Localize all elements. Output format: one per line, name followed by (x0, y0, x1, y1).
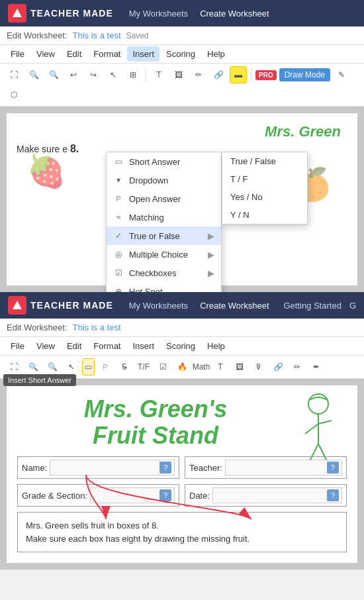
bottom-menu-file[interactable]: File (5, 338, 30, 354)
teacher-field-group: Teacher: ? (185, 456, 347, 479)
bottom-toolbar-short-answer[interactable]: ▭ (82, 358, 95, 375)
bottom-toolbar-pencil[interactable]: ✏ (289, 358, 306, 375)
bottom-menu-edit[interactable]: Edit (62, 338, 87, 354)
toolbar-cursor[interactable]: ↖ (105, 66, 122, 83)
date-question-mark[interactable]: ? (327, 489, 339, 501)
svg-marker-0 (13, 9, 22, 17)
worksheet-title[interactable]: This is a test (73, 30, 121, 40)
bottom-menu-bar: File View Edit Format Insert Scoring Hel… (0, 337, 364, 356)
bottom-toolbar-image2[interactable]: 🖼 (231, 358, 248, 375)
bottom-navbar-right: Getting Started G (283, 301, 356, 311)
submenu-y-n[interactable]: Y / N (222, 206, 307, 224)
toolbar-zoom-out[interactable]: 🔍 (25, 66, 42, 83)
bottom-menu-format[interactable]: Format (88, 338, 126, 354)
toolbar-link[interactable]: 🔗 (210, 66, 227, 83)
bottom-nav-create-worksheet[interactable]: Create Worksheet (200, 301, 269, 311)
strawberry-decoration: 🍓 (26, 153, 66, 190)
menu-format[interactable]: Format (88, 46, 126, 62)
toolbar-draw-erase[interactable]: ⬡ (5, 86, 23, 103)
bottom-edit-bar: Edit Worksheet: This is a test (0, 319, 364, 337)
top-navbar: TEACHER MADE My Worksheets Create Worksh… (0, 0, 364, 26)
submenu-t-f[interactable]: T / F (222, 170, 307, 188)
grade-question-mark[interactable]: ? (159, 489, 171, 501)
menu-checkboxes[interactable]: ☑ Checkboxes ▶ (107, 264, 221, 282)
bottom-ws-title-line1: Mrs. Green's (17, 396, 294, 423)
bottom-toolbar-T[interactable]: T (212, 358, 229, 375)
svg-line-5 (318, 421, 332, 424)
teacher-question-mark[interactable]: ? (327, 462, 339, 474)
bottom-worksheet-title[interactable]: This is a test (73, 323, 121, 332)
multiple-choice-icon: ◎ (113, 249, 124, 260)
menu-file[interactable]: File (5, 46, 30, 62)
bottom-toolbar-tf[interactable]: T/F (135, 358, 152, 375)
bottom-toolbar-monitor[interactable]: ⛶ (5, 358, 23, 375)
bottom-toolbar-link2[interactable]: 🔗 (269, 358, 287, 375)
menu-multiple-choice[interactable]: ◎ Multiple Choice ▶ (107, 245, 221, 264)
menu-insert[interactable]: Insert (127, 46, 159, 62)
menu-view[interactable]: View (31, 46, 60, 62)
saved-status: Saved (126, 31, 149, 40)
grade-field-group: Grade & Section: ? (17, 484, 179, 507)
nav-create-worksheet[interactable]: Create Worksheet (200, 9, 269, 19)
bottom-nav-my-worksheets[interactable]: My Worksheets (129, 301, 188, 311)
bottom-toolbar-pen[interactable]: ✒ (308, 358, 325, 375)
dropdown-icon: ▾ (113, 175, 124, 185)
checkboxes-icon: ☑ (113, 268, 124, 278)
name-input[interactable]: ? (50, 460, 175, 475)
bottom-menu-scoring[interactable]: Scoring (161, 338, 201, 354)
submenu-yes-no[interactable]: Yes / No (222, 188, 307, 206)
bottom-logo-icon (8, 296, 26, 315)
toolbar-sep-2 (251, 68, 251, 81)
menu-help[interactable]: Help (202, 46, 230, 62)
bottom-toolbar-strikethrough[interactable]: S̶ (116, 358, 133, 375)
bottom-toolbar-mic[interactable]: 🎙 (250, 358, 267, 375)
menu-matching[interactable]: ≈ Matching (107, 208, 221, 226)
teacher-input[interactable]: ? (225, 460, 342, 475)
bottom-toolbar-checkbox[interactable]: ☑ (154, 358, 171, 375)
submenu-true-false[interactable]: True / False (222, 152, 307, 170)
menu-scoring[interactable]: Scoring (161, 46, 201, 62)
bottom-toolbar-zoom-in[interactable]: 🔍 (44, 358, 61, 375)
toolbar-t[interactable]: T (150, 66, 167, 83)
toolbar-grid[interactable]: ⊞ (124, 66, 142, 83)
bottom-menu-insert[interactable]: Insert (127, 338, 159, 354)
bottom-brand-logo[interactable]: TEACHER MADE (8, 296, 113, 315)
bottom-toolbar-fire[interactable]: 🔥 (173, 358, 191, 375)
toolbar-image[interactable]: 🖼 (170, 66, 187, 83)
date-input[interactable]: ? (212, 487, 342, 503)
name-question-mark[interactable]: ? (159, 462, 171, 474)
toolbar-brush[interactable]: ✏ (190, 66, 207, 83)
bottom-section: TEACHER MADE My Worksheets Create Worksh… (0, 292, 364, 570)
toolbar-fullscreen[interactable]: ⛶ (5, 66, 23, 83)
menu-true-false[interactable]: ✓ True or False ▶ (107, 226, 221, 245)
open-answer-icon: P (113, 193, 124, 204)
brand-logo[interactable]: TEACHER MADE (8, 4, 113, 23)
bottom-menu-view[interactable]: View (31, 338, 60, 354)
menu-dropdown[interactable]: ▾ Dropdown (107, 171, 221, 189)
bottom-toolbar-zoom-out[interactable]: 🔍 (24, 358, 42, 375)
date-field-group: Date: ? (185, 484, 347, 507)
toolbar-highlight[interactable]: ▬ (230, 66, 247, 83)
bottom-toolbar-p[interactable]: P (97, 358, 114, 375)
form-fields-row-2: Grade & Section: ? Date: ? (17, 484, 347, 507)
nav-my-worksheets[interactable]: My Worksheets (129, 9, 188, 19)
top-section: TEACHER MADE My Worksheets Create Worksh… (0, 0, 364, 292)
toolbar-tooltip: Insert Short Answer (3, 374, 76, 386)
toolbar-zoom-in[interactable]: 🔍 (45, 66, 62, 83)
menu-edit[interactable]: Edit (62, 46, 87, 62)
toolbar-redo[interactable]: ↪ (85, 66, 102, 83)
getting-started-link[interactable]: Getting Started (283, 301, 341, 311)
user-avatar[interactable]: G (349, 301, 356, 311)
toolbar-undo[interactable]: ↩ (65, 66, 82, 83)
menu-short-answer[interactable]: ▭ Short Answer (107, 152, 221, 171)
matching-icon: ≈ (113, 212, 124, 223)
grade-input[interactable]: ? (90, 487, 175, 503)
toolbar-draw-tool[interactable]: ✎ (333, 66, 350, 83)
insert-dropdown-menu: ▭ Short Answer ▾ Dropdown P Open Answer … (106, 152, 222, 292)
bottom-toolbar-math[interactable]: Math (193, 358, 210, 375)
bottom-menu-help[interactable]: Help (202, 338, 230, 354)
draw-mode-button[interactable]: Draw Mode (279, 68, 330, 81)
menu-hot-spot[interactable]: ⊕ Hot Spot (107, 282, 221, 292)
bottom-toolbar-cursor[interactable]: ↖ (63, 358, 80, 375)
menu-open-answer[interactable]: P Open Answer (107, 189, 221, 208)
